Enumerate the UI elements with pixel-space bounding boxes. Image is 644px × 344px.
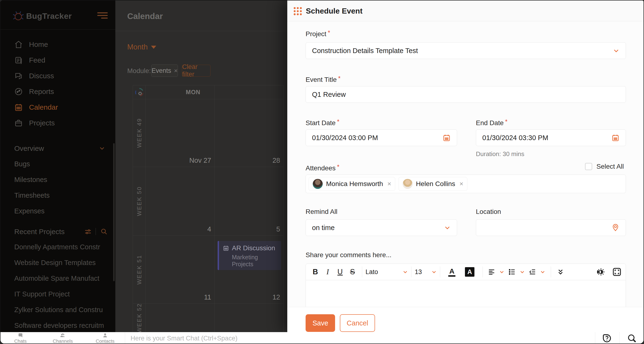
select-all-label: Select All xyxy=(596,163,624,170)
sidebar-item-reports[interactable]: Reports xyxy=(0,84,115,100)
help-icon[interactable] xyxy=(602,334,612,343)
day-cell[interactable]: AR Discussion Marketing Projects 12 xyxy=(215,236,284,304)
contrast-icon xyxy=(597,268,605,276)
indent-dropdown[interactable] xyxy=(538,269,548,274)
sidebar-item-home[interactable]: Home xyxy=(0,37,115,52)
remove-attendee-icon[interactable]: × xyxy=(460,180,463,188)
section-overview[interactable]: Overview xyxy=(14,144,44,152)
strikethrough-button[interactable]: S xyxy=(346,268,358,276)
select-all-control[interactable]: Select All xyxy=(585,163,624,170)
calendar-panel: Calendar Month Module: Is Events × Clear… xyxy=(115,0,287,332)
day-cell[interactable]: Nov 27 xyxy=(146,99,215,167)
bullet-list-icon xyxy=(508,268,516,276)
divider xyxy=(551,266,551,278)
font-color-button[interactable]: A xyxy=(444,267,460,277)
align-button[interactable] xyxy=(486,268,497,276)
datepicker-icon[interactable] xyxy=(612,134,620,142)
calendar-week-row: WEEK 50 4 5 xyxy=(133,167,284,236)
date-label: 5 xyxy=(276,225,280,233)
project-label: Project* xyxy=(306,29,330,38)
map-pin-icon[interactable] xyxy=(612,224,620,232)
sidebar-item-label: Discuss xyxy=(29,72,54,80)
smart-chat-input[interactable] xyxy=(130,332,582,344)
tab-channels[interactable]: Channels xyxy=(48,332,77,344)
save-button[interactable]: Save xyxy=(306,314,335,332)
highlight-color-button[interactable]: A xyxy=(460,267,479,277)
remind-all-select[interactable]: on time xyxy=(306,219,457,236)
list-dropdown[interactable] xyxy=(518,269,527,274)
sidebar-project-item[interactable]: Software developers recruitm xyxy=(14,322,112,330)
sidebar-item-expenses[interactable]: Expenses xyxy=(14,207,112,215)
calendar-settings-icon[interactable] xyxy=(134,88,144,97)
tab-chats[interactable]: Chats xyxy=(6,332,35,344)
day-cell[interactable] xyxy=(146,304,215,332)
clear-filter-button[interactable]: Clear filter xyxy=(182,65,210,76)
cancel-button[interactable]: Cancel xyxy=(340,314,375,332)
sidebar-project-item[interactable]: Donnelly Apartments Constr xyxy=(14,243,112,251)
sidebar-item-projects[interactable]: Projects xyxy=(0,115,115,131)
briefcase-icon xyxy=(14,119,23,127)
day-cell[interactable]: 5 xyxy=(215,167,284,236)
italic-button[interactable]: I xyxy=(322,268,334,276)
week-label: WEEK 51 xyxy=(136,255,143,284)
day-cell[interactable] xyxy=(215,304,284,332)
day-cell[interactable]: 11 xyxy=(146,236,215,304)
remind-all-value: on time xyxy=(312,224,444,232)
project-select[interactable]: Construction Details Template Test xyxy=(306,42,626,59)
theme-toggle-button[interactable] xyxy=(594,268,608,276)
attendee-chip[interactable]: Helen Collins × xyxy=(398,177,467,191)
sidebar-item-discuss[interactable]: Discuss xyxy=(0,68,115,84)
calendar-event[interactable]: AR Discussion Marketing Projects xyxy=(218,241,281,270)
underline-button[interactable]: U xyxy=(334,268,346,276)
close-icon[interactable]: × xyxy=(174,67,178,74)
attendee-chip[interactable]: Monica Hemsworth × xyxy=(309,177,395,191)
attendees-input[interactable]: Monica Hemsworth × Helen Collins × xyxy=(306,174,626,193)
day-cell[interactable]: 28 xyxy=(215,99,284,167)
sidebar-project-item[interactable]: Zylker Solutions and Constru xyxy=(14,306,112,314)
bold-button[interactable]: B xyxy=(309,268,322,276)
search-icon[interactable] xyxy=(100,228,108,235)
editor-content[interactable] xyxy=(306,280,626,307)
fullscreen-button[interactable] xyxy=(608,268,626,276)
indent-button[interactable] xyxy=(527,268,538,276)
divider xyxy=(440,266,440,278)
menu-toggle-icon[interactable] xyxy=(97,12,108,19)
bullet-list-button[interactable] xyxy=(506,268,518,276)
location-input[interactable] xyxy=(476,219,626,236)
sidebar-item-feed[interactable]: Feed xyxy=(0,52,115,68)
font-family-select[interactable]: Lato xyxy=(366,268,408,276)
calendar-week-row: WEEK 51 11 AR Discussion Marketing Proje… xyxy=(133,236,284,304)
modal-header: Schedule Event xyxy=(287,0,644,22)
event-title-input[interactable]: Q1 Review xyxy=(306,86,626,103)
fullscreen-icon xyxy=(612,268,622,276)
sidebar-item-bugs[interactable]: Bugs xyxy=(14,160,112,168)
sidebar-project-item[interactable]: Automobile Spare Manufact xyxy=(14,274,112,282)
align-dropdown[interactable] xyxy=(497,269,506,274)
sidebar-item-label: Reports xyxy=(29,88,54,96)
font-size-select[interactable]: 13 xyxy=(415,268,437,276)
chevron-down-icon xyxy=(432,269,437,274)
sidebar-item-milestones[interactable]: Milestones xyxy=(14,176,112,184)
start-date-input[interactable]: 01/30/2024 03:00 PM xyxy=(306,130,457,146)
sidebar-project-item[interactable]: IT Support Project xyxy=(14,290,112,298)
apps-grid-icon[interactable] xyxy=(294,7,302,16)
zoom-search-icon[interactable] xyxy=(627,334,637,343)
more-tools-button[interactable] xyxy=(554,268,567,276)
sidebar-project-item[interactable]: Website Design Templates xyxy=(14,259,112,267)
filter-icon[interactable] xyxy=(84,228,92,236)
view-selector[interactable]: Month xyxy=(127,43,156,52)
end-date-input[interactable]: 01/30/2024 03:30 PM xyxy=(476,130,626,146)
datepicker-icon[interactable] xyxy=(442,134,451,142)
tab-contacts[interactable]: Contacts xyxy=(91,332,120,344)
remove-attendee-icon[interactable]: × xyxy=(388,180,391,188)
filter-chip-events[interactable]: Events × xyxy=(151,64,178,77)
start-date-label: Start Date* xyxy=(306,118,339,127)
date-label: 4 xyxy=(207,225,211,233)
select-all-checkbox[interactable] xyxy=(585,163,592,170)
sidebar-scrollbar[interactable] xyxy=(113,143,115,281)
day-cell[interactable]: 4 xyxy=(146,167,215,236)
sidebar-item-calendar[interactable]: Calendar xyxy=(0,100,115,115)
comments-label: Share your comments here... xyxy=(306,251,392,259)
chevron-down-icon[interactable] xyxy=(99,145,105,151)
sidebar-item-timesheets[interactable]: Timesheets xyxy=(14,192,112,199)
